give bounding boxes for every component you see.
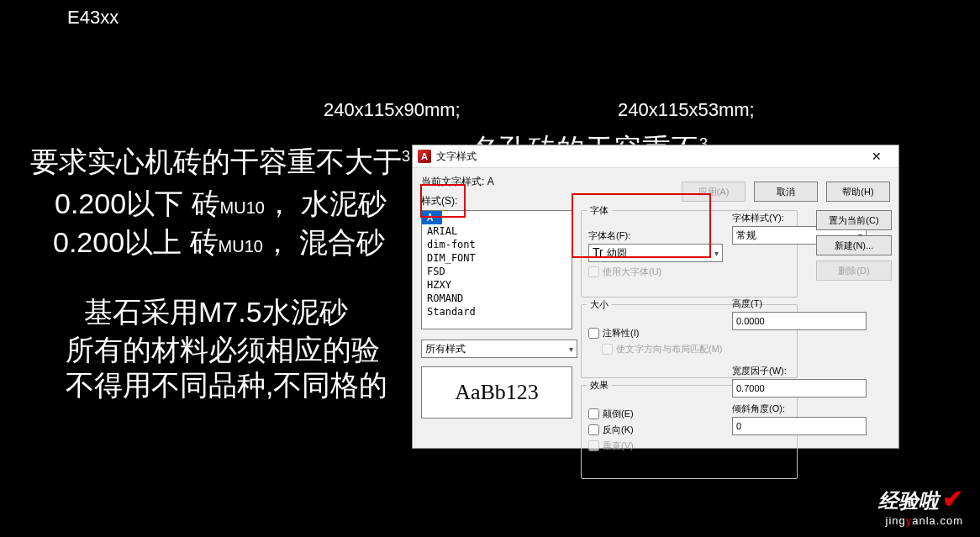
set-current-button[interactable]: 置为当前(C) <box>816 210 892 230</box>
cad-text: 0.200以上 砖MU10， 混合砂 <box>53 224 385 262</box>
size-group-label: 大小 <box>587 298 612 311</box>
oblique-field[interactable] <box>732 417 867 435</box>
list-item[interactable]: DIM_FONT <box>422 251 572 265</box>
cancel-button[interactable]: 取消 <box>754 182 818 202</box>
help-button[interactable]: 帮助(H) <box>826 182 890 202</box>
preview-box: AaBb123 <box>421 366 572 419</box>
list-item[interactable]: Standard <box>422 305 572 319</box>
list-item[interactable]: HZXY <box>422 278 572 292</box>
cad-text: 基石采用M7.5水泥砂 <box>84 293 348 332</box>
cad-text: 所有的材料必须相应的验 <box>66 331 380 370</box>
cad-text: 240x115x90mm; <box>324 99 461 121</box>
cad-text: 240x115x53mm; <box>618 99 755 121</box>
cad-text: 不得用不同品种,不同格的 <box>66 366 387 405</box>
vertical-check: 垂直(V) <box>588 440 790 452</box>
list-item[interactable]: ARIAL <box>422 224 572 238</box>
new-button[interactable]: 新建(N)... <box>816 235 892 255</box>
style-filter-select[interactable]: 所有样式 ▾ <box>421 340 577 358</box>
cad-text: E43xx <box>67 7 119 29</box>
cad-text: 要求实心机砖的干容重不大于3 <box>30 143 410 182</box>
list-item[interactable]: A <box>422 211 442 224</box>
width-field[interactable] <box>732 379 867 397</box>
delete-button: 删除(D) <box>816 261 892 281</box>
font-name-value: 幼圆 <box>607 247 627 259</box>
style-filter-value: 所有样式 <box>425 342 466 356</box>
cad-text: 0.200以下 砖MU10， 水泥砂 <box>55 185 387 224</box>
list-item[interactable]: ROMAND <box>422 292 572 305</box>
app-icon: A <box>418 150 431 163</box>
dialog-title: 文字样式 <box>436 150 860 164</box>
chevron-down-icon: ▾ <box>569 345 573 354</box>
style-list[interactable]: A ARIAL dim-font DIM_FONT FSD HZXY ROMAN… <box>421 210 572 329</box>
list-item[interactable]: FSD <box>422 265 572 278</box>
font-style-value: 常规 <box>736 229 756 243</box>
list-item[interactable]: dim-font <box>422 238 572 251</box>
height-label: 高度(T) <box>732 297 883 310</box>
oblique-label: 倾斜角度(O): <box>732 403 883 415</box>
font-name-select[interactable]: Tr 幼圆 ▾ <box>588 244 723 262</box>
apply-button: 应用(A) <box>682 182 746 202</box>
watermark: 经验啦✔ jingyanla.com <box>878 484 963 527</box>
chevron-down-icon: ▾ <box>714 249 719 258</box>
text-style-dialog: A 文字样式 ✕ 当前文字样式: A 样式(S): A ARIAL dim-fo… <box>412 145 899 449</box>
effects-group-label: 效果 <box>587 379 612 392</box>
height-field[interactable] <box>732 312 867 330</box>
font-group-label: 字体 <box>587 204 612 217</box>
width-label: 宽度因子(W): <box>732 365 883 377</box>
close-icon[interactable]: ✕ <box>860 147 893 166</box>
